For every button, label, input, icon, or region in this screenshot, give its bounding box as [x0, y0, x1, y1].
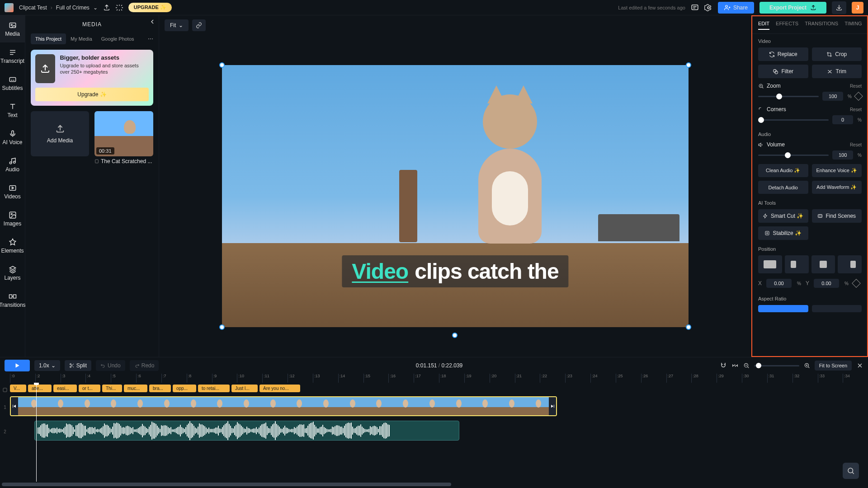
stabilize-button[interactable]: Stabilize ✨: [758, 226, 808, 240]
gear-icon[interactable]: [704, 4, 712, 12]
tab-transitions[interactable]: TRANSITIONS: [805, 21, 838, 30]
media-clip[interactable]: 00:31 The Cat Scratched ...: [94, 111, 153, 164]
upsell-upgrade-button[interactable]: Upgrade ✨: [35, 88, 149, 101]
clip-thumbnail[interactable]: 00:31: [94, 111, 153, 156]
timeline-marker[interactable]: easi...: [53, 385, 77, 392]
resize-handle-tl[interactable]: [219, 62, 225, 68]
nav-transitions[interactable]: Transitions: [0, 286, 25, 314]
audio-track-clip[interactable]: [34, 421, 459, 441]
volume-slider[interactable]: [758, 155, 829, 156]
project-name[interactable]: Full of Crimes: [56, 5, 90, 11]
clean-audio-button[interactable]: Clean Audio ✨: [758, 164, 808, 177]
share-up-icon[interactable]: [103, 4, 110, 11]
resize-handle-tr[interactable]: [686, 62, 691, 68]
nav-subtitles[interactable]: Subtitles: [0, 70, 25, 97]
x-value[interactable]: 0.00: [766, 279, 792, 288]
close-timeline-icon[interactable]: [856, 362, 863, 369]
timeline-marker[interactable]: opp...: [173, 385, 196, 392]
fit-dropdown[interactable]: Fit ⌄: [165, 19, 189, 31]
nav-aivoice[interactable]: AI Voice: [0, 124, 25, 151]
timeline-marker[interactable]: bra...: [149, 385, 171, 392]
nav-audio[interactable]: Audio: [0, 151, 25, 178]
nav-media[interactable]: Media: [0, 15, 25, 42]
undo-button[interactable]: Undo: [96, 360, 125, 371]
aspect-option-1[interactable]: [758, 305, 808, 312]
add-waveform-button[interactable]: Add Waveform ✨: [812, 181, 862, 194]
magnet-icon[interactable]: [720, 362, 727, 369]
app-logo[interactable]: [5, 3, 14, 12]
playhead[interactable]: [36, 383, 37, 482]
timeline-marker[interactable]: muc...: [124, 385, 147, 392]
speed-dropdown[interactable]: 1.0x⌄: [34, 360, 60, 371]
preview-canvas[interactable]: Video clips catch the: [222, 65, 689, 327]
volume-value[interactable]: 100: [832, 150, 853, 160]
video-track-clip[interactable]: [10, 396, 557, 416]
resize-handle-br[interactable]: [686, 324, 691, 330]
tab-effects[interactable]: EFFECTS: [776, 21, 798, 30]
position-keyframe[interactable]: [852, 279, 861, 288]
tracks-area[interactable]: 1 2 V...atte...easi...or t...Thi...muc..…: [0, 383, 868, 482]
timeline-marker[interactable]: or t...: [79, 385, 100, 392]
clip-handle-right[interactable]: [549, 397, 556, 415]
nav-videos[interactable]: Videos: [0, 178, 25, 205]
zoom-value[interactable]: 100: [822, 92, 843, 101]
volume-reset[interactable]: Reset: [850, 142, 862, 147]
tab-google-photos[interactable]: Google Photos: [97, 33, 139, 44]
zoom-slider[interactable]: [758, 96, 819, 97]
enhance-voice-button[interactable]: Enhance Voice ✨: [812, 164, 862, 177]
zoom-keyframe[interactable]: [854, 92, 863, 101]
caption-overlay[interactable]: Video clips catch the: [342, 255, 568, 287]
y-value[interactable]: 0.00: [814, 279, 839, 288]
pos-center[interactable]: [811, 255, 835, 273]
tab-this-project[interactable]: This Project: [31, 33, 66, 44]
crop-button[interactable]: Crop: [812, 47, 862, 61]
tab-edit[interactable]: EDIT: [758, 21, 769, 30]
corners-value[interactable]: 0: [832, 115, 853, 124]
more-icon[interactable]: ⋯: [148, 36, 153, 42]
download-button[interactable]: [832, 1, 846, 14]
timeline-marker[interactable]: Thi...: [102, 385, 122, 392]
link-aspect-button[interactable]: [192, 19, 206, 31]
smart-cut-button[interactable]: Smart Cut ✨: [758, 209, 808, 223]
timeline-marker[interactable]: V...: [10, 385, 26, 392]
tab-my-media[interactable]: My Media: [66, 33, 97, 44]
resize-handle-bl[interactable]: [219, 324, 225, 330]
share-button[interactable]: Share: [718, 2, 754, 14]
marker-track[interactable]: V...atte...easi...or t...Thi...muc...bra…: [10, 383, 868, 394]
avatar[interactable]: J: [852, 2, 863, 14]
nav-text[interactable]: Text: [0, 97, 25, 124]
pos-right[interactable]: [838, 255, 862, 273]
fit-to-screen-button[interactable]: Fit to Screen: [815, 361, 852, 371]
collapse-panel-icon[interactable]: [149, 18, 156, 25]
aspect-option-2[interactable]: [812, 305, 862, 312]
help-fab[interactable]: [843, 463, 859, 479]
filter-button[interactable]: Filter: [758, 65, 808, 78]
redo-button[interactable]: Redo: [130, 360, 159, 371]
nav-transcript[interactable]: Transcript: [0, 42, 25, 70]
timeline-marker[interactable]: atte...: [28, 385, 52, 392]
nav-layers[interactable]: Layers: [0, 259, 25, 286]
chevron-down-icon[interactable]: ⌄: [93, 5, 98, 11]
zoom-out-icon[interactable]: [743, 362, 750, 369]
clip-handle-left[interactable]: [11, 397, 18, 415]
timeline-scrollbar[interactable]: [0, 482, 868, 488]
replace-button[interactable]: Replace: [758, 47, 808, 61]
sparkle-icon[interactable]: [116, 4, 123, 11]
split-button[interactable]: Split: [65, 360, 91, 371]
trim-button[interactable]: Trim: [812, 65, 862, 78]
detach-audio-button[interactable]: Detach Audio: [758, 181, 808, 194]
zoom-reset[interactable]: Reset: [850, 84, 862, 89]
timeline-marker[interactable]: to retai...: [198, 385, 230, 392]
time-ruler[interactable]: :0:2:3:4:5:6:7:8:9:10:11:12:13:14:15:16:…: [0, 374, 868, 383]
nav-elements[interactable]: Elements: [0, 232, 25, 259]
zoom-in-icon[interactable]: [804, 362, 810, 369]
trim-mode-icon[interactable]: [731, 362, 739, 369]
comment-icon[interactable]: [691, 4, 699, 12]
corners-reset[interactable]: Reset: [850, 107, 862, 112]
export-button[interactable]: Export Project: [760, 2, 826, 14]
timeline-marker[interactable]: Just l...: [231, 385, 258, 392]
pos-left[interactable]: [785, 255, 809, 273]
add-media-button[interactable]: Add Media: [31, 111, 89, 156]
tab-timing[interactable]: TIMING: [844, 21, 862, 30]
workspace-name[interactable]: Clipcat Test: [19, 5, 47, 11]
